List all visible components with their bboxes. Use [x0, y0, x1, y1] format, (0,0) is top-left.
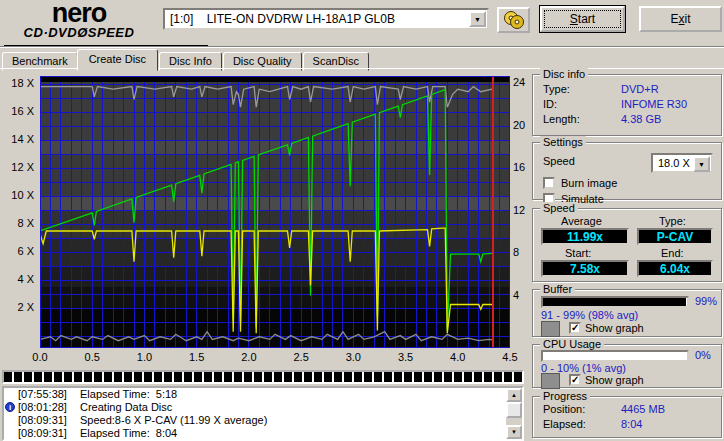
disc-info-row: Length:4.38 GB [543, 113, 713, 127]
speed-select[interactable]: 18.0 X ▼ [651, 153, 713, 173]
x-axis-tick-label: 0.5 [79, 351, 105, 363]
chevron-down-icon[interactable]: ▼ [693, 156, 710, 172]
y-axis-tick-label: 16 X [0, 105, 34, 117]
checkbox-label: Burn image [561, 177, 617, 189]
x-axis-tick-label: 4.0 [445, 351, 471, 363]
cpu-show-graph-label: Show graph [585, 374, 644, 386]
burn-image-checkbox[interactable] [543, 177, 555, 189]
log-entry: [07:55:38]Elapsed Time: 5:18 [4, 388, 522, 401]
x-axis-tick-label: 2.5 [288, 351, 314, 363]
start-speed-value: 7.58x [541, 260, 629, 277]
position-value: 4465 MB [621, 403, 665, 415]
buffer-range: 91 - 99% (98% avg) [541, 309, 638, 321]
logo-nero: nero [4, 1, 154, 25]
start-button[interactable]: Start [540, 6, 625, 32]
y-axis-tick-label: 10 X [0, 189, 34, 201]
scroll-down-icon[interactable]: ▼ [506, 425, 522, 439]
log-scrollbar[interactable]: ▲ ▼ [506, 388, 522, 439]
scroll-up-icon[interactable]: ▲ [506, 388, 522, 402]
tab-bar: BenchmarkCreate DiscDisc InfoDisc Qualit… [2, 49, 370, 69]
speed-group: Speed Average Type: 11.99x P-CAV Start: … [532, 208, 722, 282]
cpu-graph-swatch [541, 373, 560, 389]
settings-group: Settings Speed 18.0 X ▼ Burn imageSimula… [532, 142, 722, 200]
tab-create-disc[interactable]: Create Disc [77, 49, 158, 71]
logo-cdvdspeed: CD·DVDØSPEED [4, 25, 154, 41]
disc-glyph-icon: Ø [77, 25, 88, 40]
speed-setting-label: Speed [543, 155, 575, 167]
toolbar-divider [0, 46, 724, 48]
y-axis-tick-label: 12 X [0, 161, 34, 173]
y-axis-tick-label: 18 X [0, 77, 34, 89]
x-axis-tick-label: 1.0 [131, 351, 157, 363]
group-title: Disc info [540, 68, 588, 80]
y-axis-tick-label: 14 X [0, 133, 34, 145]
buffer-percent: 99% [695, 295, 717, 307]
chevron-down-icon[interactable]: ▼ [469, 11, 486, 27]
end-label: End: [661, 247, 684, 259]
disc-info-row: Type:DVD+R [543, 83, 713, 97]
group-title: Progress [540, 390, 590, 402]
cpu-percent: 0% [695, 349, 711, 361]
write-speed-chart [40, 76, 510, 348]
end-speed-value: 6.04x [637, 260, 713, 277]
group-title: Speed [540, 202, 578, 214]
buffer-graph-swatch [541, 321, 560, 337]
buffer-meter [541, 296, 689, 308]
group-title: Settings [540, 136, 586, 148]
exit-button[interactable]: Exit [639, 6, 722, 32]
type-label: Type: [659, 215, 686, 227]
y-axis-tick-label: 4 X [0, 273, 34, 285]
x-axis-tick-label: 2.0 [236, 351, 262, 363]
drive-select-value: [1:0] LITE-ON DVDRW LH-18A1P GL0B [170, 12, 395, 26]
scrollbar-thumb[interactable] [506, 402, 522, 418]
log-panel: [07:55:38]Elapsed Time: 5:18i[08:01:28]C… [2, 386, 524, 441]
y-axis-tick-label: 6 X [0, 245, 34, 257]
cpu-show-graph-checkbox[interactable]: ✓ [569, 374, 581, 386]
buffer-group: Buffer 99% 91 - 99% (98% avg) ✓ Show gra… [532, 289, 722, 337]
log-entry: i[08:01:28]Creating Data Disc [4, 401, 522, 414]
elapsed-value: 8:04 [621, 418, 642, 430]
progress-group: Progress Position: 4465 MB Elapsed: 8:04 [532, 396, 722, 438]
buffer-show-graph-label: Show graph [585, 322, 644, 334]
y-axis-tick-label: 2 X [0, 301, 34, 313]
disc-options-button[interactable] [497, 7, 530, 33]
log-entry: [08:09:31]Speed:8-6 X P-CAV (11.99 X ave… [4, 414, 522, 427]
buffer-show-graph-checkbox[interactable]: ✓ [569, 322, 581, 334]
group-title: CPU Usage [540, 338, 604, 350]
cpu-usage-group: CPU Usage 0% 0 - 10% (1% avg) ✓ Show gra… [532, 344, 722, 388]
average-speed-value: 11.99x [541, 228, 629, 245]
y-axis-tick-label: 8 X [0, 217, 34, 229]
elapsed-label: Elapsed: [543, 418, 586, 430]
position-label: Position: [543, 403, 585, 415]
x-axis-tick-label: 3.5 [393, 351, 419, 363]
x-axis-tick-label: 0.0 [27, 351, 53, 363]
average-label: Average [561, 215, 602, 227]
speed-type-value: P-CAV [637, 228, 713, 245]
start-label: Start: [565, 247, 591, 259]
write-progress-bar [2, 370, 524, 384]
discs-icon [501, 10, 527, 30]
disc-info-group: Disc info Type:DVD+RID:INFOME R30Length:… [532, 74, 722, 136]
x-axis-tick-label: 3.0 [340, 351, 366, 363]
x-axis-tick-label: 4.5 [497, 351, 523, 363]
info-icon: i [5, 402, 15, 412]
log-entry: [08:09:31]Elapsed Time: 8:04 [4, 427, 522, 440]
disc-info-row: ID:INFOME R30 [543, 98, 713, 112]
cpu-meter [541, 350, 689, 362]
drive-select[interactable]: [1:0] LITE-ON DVDRW LH-18A1P GL0B ▼ [163, 8, 489, 30]
x-axis-tick-label: 1.5 [184, 351, 210, 363]
group-title: Buffer [540, 283, 575, 295]
